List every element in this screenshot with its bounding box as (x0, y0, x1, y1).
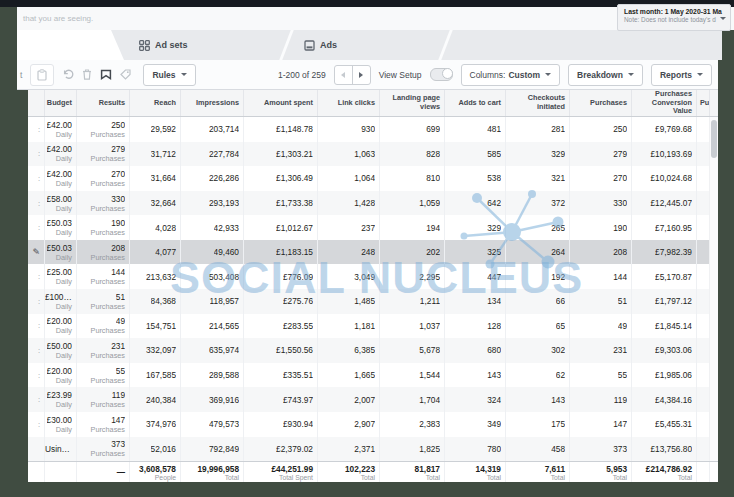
value: 51 (116, 292, 125, 302)
value: 458 (551, 444, 565, 454)
scrollbar-thumb[interactable] (711, 120, 717, 158)
cell-reach: 240,384 (130, 387, 181, 412)
value: 2,295 (419, 272, 440, 282)
value: 250 (613, 124, 627, 134)
total-purchases: 5,953Total (570, 462, 632, 482)
value: 780 (487, 444, 501, 454)
cell-spent: £1,733.38 (244, 191, 318, 216)
table-row[interactable]: :£50.03Daily190Purchases4,02842,933£1,01… (28, 215, 718, 240)
cell-lpv: 699 (380, 117, 445, 142)
cell-results: 373Purchases (77, 437, 130, 462)
table-row[interactable]: :£100.00Daily51Purchases84,368118,957£27… (28, 289, 718, 314)
value: 213,632 (146, 272, 176, 282)
next-page-button[interactable] (352, 66, 370, 84)
col-header-link_clicks[interactable]: Link clicks (318, 90, 380, 116)
rules-button[interactable]: Rules (143, 64, 195, 86)
table-row[interactable]: :£42.00Daily270Purchases31,664226,286£1,… (28, 166, 718, 191)
table-row[interactable]: :£42.00Daily279Purchases31,712227,784£1,… (28, 142, 718, 167)
previous-page-button[interactable] (335, 66, 352, 84)
value: 49,460 (214, 247, 239, 257)
cell-checkouts: 65 (506, 314, 570, 339)
scrollbar-track[interactable] (709, 117, 718, 461)
table-row[interactable]: :£58.00Daily330Purchases32,664293,193£1,… (28, 191, 718, 216)
table-row[interactable]: :£42.00Daily250Purchases29,592203,714£1,… (28, 117, 718, 142)
tag-button[interactable] (120, 69, 131, 80)
table-row[interactable]: :£50.00Daily231Purchases332,097635,974£1… (28, 338, 718, 363)
breakdown-button[interactable]: Breakdown (568, 64, 643, 86)
undo-button[interactable] (62, 69, 74, 80)
total-lpv: 81,817Total (380, 462, 445, 482)
cell-link_clicks: 1,665 (318, 363, 380, 388)
date-range-selector[interactable]: Last month: 1 May 2020-31 Ma Note: Does … (617, 4, 731, 31)
ab-test-button[interactable] (100, 69, 112, 81)
col-header-budget[interactable]: Budget (45, 90, 77, 116)
table-body: :£42.00Daily250Purchases29,592203,714£1,… (28, 117, 718, 461)
value: £7,160.95 (655, 223, 692, 233)
cell-lpv: 828 (380, 142, 445, 167)
tab-campaigns[interactable] (17, 30, 124, 60)
table-row[interactable]: :£20.00Daily55Purchases167,585289,588£33… (28, 363, 718, 388)
cell-checkouts: 281 (506, 117, 570, 142)
ad-sets-grid-icon (139, 40, 150, 51)
value: 190 (111, 218, 125, 228)
total-checkouts: 7,611Total (506, 462, 570, 482)
col-header-impressions[interactable]: Impressions (181, 90, 244, 116)
value: 119 (614, 395, 627, 405)
value: £1,733.38 (276, 198, 313, 208)
cell-budget: £20.00Daily (45, 363, 77, 388)
chevron-left-icon (341, 72, 345, 78)
cell-impressions: 49,460 (181, 240, 244, 265)
cell-results: 119Purchases (77, 387, 130, 412)
cell-link_clicks: 237 (318, 215, 380, 240)
table-row[interactable]: :£20.00Daily49Purchases154,751214,565£28… (28, 314, 718, 339)
cell-checkouts: 264 (506, 240, 570, 265)
tab-ads[interactable]: Ads (287, 30, 444, 60)
edit-pencil-icon[interactable]: ✎ (32, 248, 40, 257)
cell-link_clicks: 2,007 (318, 387, 380, 412)
col-header-checkouts[interactable]: Checkouts initiated (506, 90, 570, 116)
col-header-lpv[interactable]: Landing page views (380, 90, 445, 116)
table-row[interactable]: :£25.00Daily144Purchases213,632503,408£7… (28, 264, 718, 289)
tab-ad-sets[interactable]: Ad sets (122, 30, 285, 60)
total-sub-label: Total (678, 474, 692, 481)
value: 65 (556, 321, 565, 331)
table-row[interactable]: :£23.99Daily119Purchases240,384369,916£7… (28, 387, 718, 412)
value: 828 (426, 149, 440, 159)
cell-reach: 31,712 (130, 142, 181, 167)
cell-purchases: 119 (570, 387, 632, 412)
value: £50.03 (47, 243, 72, 253)
col-header-spent[interactable]: Amount spent (244, 90, 318, 116)
cell-pcv: £4,384.16 (632, 387, 697, 412)
sub-label: Purchases (91, 376, 125, 385)
cell-spent: £1,550.56 (244, 338, 318, 363)
col-header-reach[interactable]: Reach (130, 90, 181, 116)
cell-lpv: 2,383 (380, 412, 445, 437)
cell-results: 147Purchases (77, 412, 130, 437)
cell-reach: 4,077 (130, 240, 181, 265)
col-header-atc[interactable]: Adds to cart (445, 90, 506, 116)
value: 31,664 (151, 173, 176, 183)
delete-button[interactable] (82, 69, 92, 80)
col-header-results[interactable]: Results (77, 90, 130, 116)
value: 203,714 (209, 124, 239, 134)
col-header-pcv[interactable]: Purchases Conversion Value (632, 90, 697, 116)
col-header-purchases[interactable]: Purchases (570, 90, 632, 116)
cell-atc: 680 (445, 338, 506, 363)
tab-ads-label: Ads (320, 40, 337, 50)
reports-button[interactable]: Reports (651, 64, 712, 86)
table-row[interactable]: :£30.00Daily147Purchases374,976479,573£9… (28, 412, 718, 437)
value: 329 (551, 149, 565, 159)
columns-button[interactable]: Columns: Custom (461, 64, 561, 86)
table-row[interactable]: ✎£50.03Daily208Purchases4,07749,460£1,18… (28, 240, 718, 265)
total-pu (697, 462, 710, 482)
cell-impressions: 369,916 (181, 387, 244, 412)
tab-ad-sets-label: Ad sets (155, 40, 188, 50)
view-setup-toggle[interactable] (430, 68, 453, 81)
tag-icon (120, 69, 131, 80)
duplicate-button[interactable] (30, 64, 54, 86)
value: 293,193 (209, 198, 239, 208)
clipped-name-fragment: : (38, 395, 40, 404)
cell-checkouts: 302 (506, 338, 570, 363)
cell-spent: £776.09 (244, 264, 318, 289)
table-row[interactable]: Using ad se...373Purchases52,016792,849£… (28, 437, 718, 462)
